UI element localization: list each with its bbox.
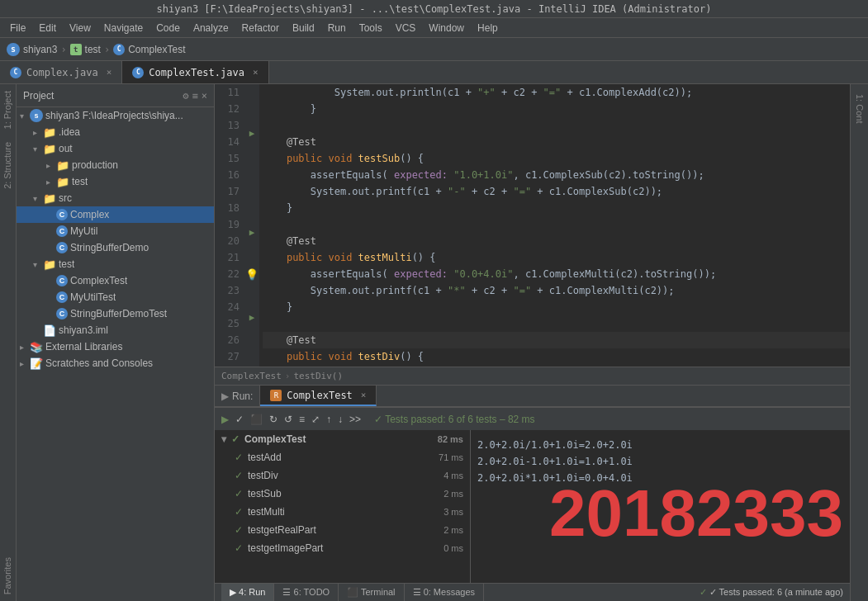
code-line-15[interactable]: public void testSub() { <box>263 150 850 167</box>
test-check-6: ✓ <box>235 542 243 554</box>
left-panel-structure[interactable]: 2: Structure <box>0 135 16 196</box>
test-name-1: testAdd <box>248 452 282 463</box>
gutter-icon-cell-22 <box>244 239 259 253</box>
left-panel-project[interactable]: 1: Project <box>0 84 16 135</box>
folder-icon-test: t <box>70 44 82 55</box>
tree-item-shiyan3.iml[interactable]: 📄shiyan3.iml <box>17 322 214 338</box>
test-item-testdiv[interactable]: ✓ testDiv4 ms <box>215 466 470 485</box>
bottom-tab-0[interactable]: ▶ 4: Run <box>221 584 274 602</box>
tab-complextestjava[interactable]: CComplexTest.java× <box>122 61 268 83</box>
breadcrumb-test[interactable]: test <box>85 44 101 55</box>
editor-breadcrumb-method[interactable]: testDiv() <box>293 371 343 381</box>
tree-item-stringbufferdemotest[interactable]: CStringBufferDemoTest <box>17 305 214 322</box>
tree-item-myutil[interactable]: CMyUtil <box>17 223 214 239</box>
menu-item-file[interactable]: File <box>3 21 32 35</box>
menu-item-view[interactable]: View <box>63 21 97 35</box>
code-line-24[interactable]: } <box>263 299 850 315</box>
left-panel-favorites[interactable]: Favorites <box>0 551 16 601</box>
tab-complexjava[interactable]: CComplex.java× <box>0 61 122 83</box>
close-icon[interactable]: × <box>202 90 207 102</box>
menu-item-vcs[interactable]: VCS <box>389 21 423 35</box>
code-line-12[interactable]: } <box>263 101 850 117</box>
tree-item-test[interactable]: ▾📁test <box>17 256 214 272</box>
bottom-tab-3[interactable]: ☰ 0: Messages <box>405 584 484 602</box>
run-gutter-icon-21[interactable]: ▶ <box>249 227 255 238</box>
code-line-19[interactable] <box>263 216 850 233</box>
code-line-26[interactable]: @Test <box>263 332 850 348</box>
menu-item-analyze[interactable]: Analyze <box>187 21 235 35</box>
code-line-18[interactable]: } <box>263 200 850 216</box>
code-line-14[interactable]: @Test <box>263 134 850 150</box>
run-tab-complextest[interactable]: R ComplexTest × <box>260 386 377 406</box>
test-time-2: 4 ms <box>443 471 463 480</box>
bottom-tab-1[interactable]: ☰ 6: TODO <box>274 584 339 602</box>
tree-label-13: shiyan3.iml <box>59 324 108 336</box>
menu-item-tools[interactable]: Tools <box>353 21 389 35</box>
menu-item-build[interactable]: Build <box>286 21 321 35</box>
test-item-testgetimagepart[interactable]: ✓ testgetImagePart0 ms <box>215 539 470 557</box>
right-panel-cont[interactable]: 1: Cont <box>852 88 867 130</box>
menu-item-code[interactable]: Code <box>149 21 187 35</box>
breadcrumb-project[interactable]: shiyan3 <box>23 44 57 55</box>
settings-icon[interactable]: ⚙ <box>183 90 188 102</box>
tree-item-myutiltest[interactable]: CMyUtilTest <box>17 289 214 305</box>
code-line-22[interactable]: assertEquals( expected: "0.0+4.0i", c1.C… <box>263 266 850 282</box>
code-line-11[interactable]: System.out.println(c1 + "+" + c2 + "=" +… <box>263 84 850 101</box>
test-item-testmulti[interactable]: ✓ testMulti3 ms <box>215 503 470 521</box>
code-line-21[interactable]: public void testMulti() { <box>263 249 850 266</box>
tree-item-test[interactable]: ▸📁test <box>17 173 214 190</box>
test-item-testsub[interactable]: ✓ testSub2 ms <box>215 485 470 503</box>
toolbar-stop[interactable]: ⬛ <box>250 414 263 425</box>
toolbar-expand[interactable]: ⤢ <box>311 414 320 425</box>
tree-item-external-libraries[interactable]: ▸📚External Libraries <box>17 338 214 355</box>
menu-item-edit[interactable]: Edit <box>32 21 63 35</box>
editor-breadcrumb-class[interactable]: ComplexTest <box>221 371 282 381</box>
code-line-27[interactable]: public void testDiv() { <box>263 348 850 365</box>
toolbar-check[interactable]: ✓ <box>235 414 244 425</box>
run-gutter-icon-27[interactable]: ▶ <box>249 312 255 323</box>
menu-item-refactor[interactable]: Refactor <box>235 21 286 35</box>
tree-item-production[interactable]: ▸📁production <box>17 157 214 173</box>
test-item-testgetrealpart[interactable]: ✓ testgetRealPart2 ms <box>215 521 470 539</box>
toolbar-run[interactable]: ▶ <box>221 414 229 425</box>
menu-item-window[interactable]: Window <box>422 21 471 35</box>
test-check-4: ✓ <box>235 506 243 518</box>
toolbar-rerun[interactable]: ↻ <box>269 414 277 425</box>
tree-item-src[interactable]: ▾📁src <box>17 190 214 206</box>
tab-close-1[interactable]: × <box>253 67 259 78</box>
run-gutter-icon-14[interactable]: ▶ <box>249 128 255 139</box>
code-line-25[interactable] <box>263 315 850 332</box>
code-line-13[interactable] <box>263 117 850 134</box>
test-check-0: ✓ <box>231 433 240 445</box>
code-line-20[interactable]: @Test <box>263 233 850 249</box>
run-tab-close[interactable]: × <box>361 390 367 400</box>
code-lines[interactable]: System.out.println(c1 + "+" + c2 + "=" +… <box>259 84 850 367</box>
test-item-testadd[interactable]: ✓ testAdd71 ms <box>215 448 470 466</box>
toolbar-rerun-failed[interactable]: ↺ <box>284 414 292 425</box>
menu-item-navigate[interactable]: Navigate <box>97 21 149 35</box>
test-item-complextest[interactable]: ▾ ✓ ComplexTest82 ms <box>215 430 470 448</box>
toolbar-down[interactable]: ↓ <box>338 414 343 425</box>
test-time-4: 3 ms <box>443 507 463 517</box>
tree-item-scratches-and-consoles[interactable]: ▸📝Scratches and Consoles <box>17 355 214 371</box>
bottom-tab-2[interactable]: ⬛ Terminal <box>339 584 404 602</box>
tree-item-complex[interactable]: CComplex <box>17 206 214 223</box>
menu-item-run[interactable]: Run <box>321 21 353 35</box>
test-check-3: ✓ <box>235 488 243 499</box>
breadcrumb-file[interactable]: ComplexTest <box>128 44 185 55</box>
tab-close-0[interactable]: × <box>107 67 112 78</box>
toolbar-up[interactable]: ↑ <box>326 414 331 425</box>
tree-item-stringbufferdemo[interactable]: CStringBufferDemo <box>17 239 214 256</box>
tree-item-out[interactable]: ▾📁out <box>17 140 214 157</box>
tree-item-complextest[interactable]: CComplexTest <box>17 272 214 289</box>
tree-item-.idea[interactable]: ▸📁.idea <box>17 124 214 140</box>
expand-icon[interactable]: ≡ <box>192 90 198 102</box>
code-line-17[interactable]: System.out.printf(c1 + "-" + c2 + "=" + … <box>263 183 850 200</box>
menu-item-help[interactable]: Help <box>471 21 505 35</box>
code-line-23[interactable]: System.out.printf(c1 + "*" + c2 + "=" + … <box>263 282 850 299</box>
tree: ▾sshiyan3 F:\IdeaProjects\shiya...▸📁.ide… <box>17 107 214 601</box>
toolbar-more[interactable]: >> <box>349 414 361 425</box>
code-line-16[interactable]: assertEquals( expected: "1.0+1.0i", c1.C… <box>263 167 850 183</box>
tree-item-shiyan3[interactable]: ▾sshiyan3 F:\IdeaProjects\shiya... <box>17 107 214 124</box>
toolbar-tree[interactable]: ≡ <box>299 414 305 425</box>
